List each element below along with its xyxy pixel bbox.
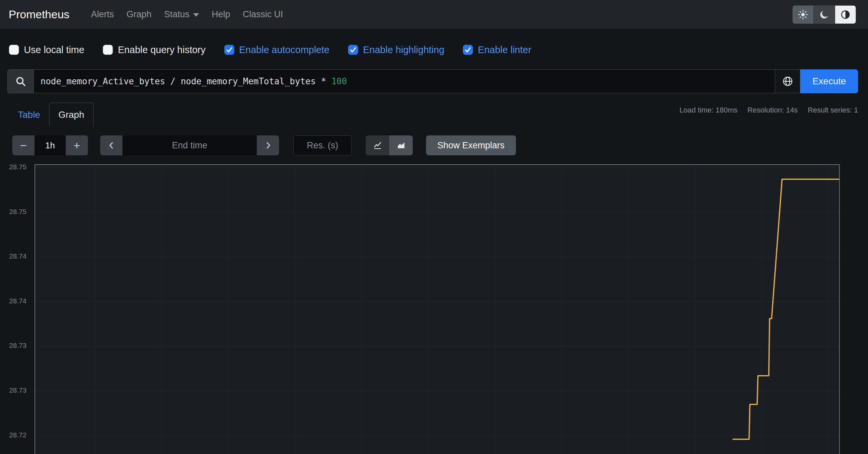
tabs-and-stats: Table Graph Load time: 180ms Resolution:… bbox=[9, 102, 858, 127]
navbar-menu: Alerts Graph Status Help Classic UI bbox=[85, 9, 289, 20]
resolution-stat: Resolution: 14s bbox=[748, 106, 798, 115]
metrics-explorer-button[interactable] bbox=[775, 69, 800, 93]
line-chart-icon bbox=[373, 141, 382, 150]
checkbox-use-local-time[interactable]: Use local time bbox=[9, 44, 84, 55]
time-series-chart bbox=[35, 165, 839, 454]
query-bar: node_memory_Active_bytes / node_memory_M… bbox=[7, 69, 858, 93]
theme-toggle-group bbox=[792, 5, 856, 24]
nav-graph[interactable]: Graph bbox=[120, 9, 158, 20]
stacked-chart-button[interactable] bbox=[389, 135, 413, 155]
range-increase-button[interactable]: + bbox=[66, 135, 88, 155]
theme-auto-button[interactable] bbox=[835, 5, 856, 24]
moon-icon bbox=[819, 10, 829, 20]
y-axis-tick-label: 28.72 bbox=[0, 431, 27, 440]
chevron-right-icon bbox=[264, 141, 273, 150]
time-navigation bbox=[100, 135, 279, 155]
show-exemplars-button[interactable]: Show Exemplars bbox=[426, 135, 516, 155]
y-axis-tick-label: 28.73 bbox=[0, 386, 27, 395]
checkbox-box bbox=[463, 45, 473, 55]
checkbox-box bbox=[103, 45, 113, 55]
checkbox-label: Use local time bbox=[24, 44, 84, 55]
check-icon bbox=[465, 47, 471, 53]
tab-table[interactable]: Table bbox=[9, 102, 49, 127]
navbar: Prometheus Alerts Graph Status Help Clas… bbox=[0, 0, 868, 29]
checkbox-enable-query-history[interactable]: Enable query history bbox=[103, 44, 206, 55]
range-decrease-button[interactable]: − bbox=[12, 135, 34, 155]
checkbox-label: Enable query history bbox=[118, 44, 206, 55]
query-stats: Load time: 180ms Resolution: 14s Result … bbox=[680, 106, 858, 115]
checkbox-enable-autocomplete[interactable]: Enable autocomplete bbox=[224, 44, 330, 55]
globe-icon bbox=[782, 75, 793, 87]
plot-area[interactable] bbox=[34, 164, 840, 454]
search-icon bbox=[15, 76, 26, 87]
end-time-input[interactable] bbox=[122, 135, 257, 155]
y-axis-tick-label: 28.74 bbox=[0, 252, 27, 261]
execute-button[interactable]: Execute bbox=[800, 69, 858, 93]
load-time-stat: Load time: 180ms bbox=[680, 106, 738, 115]
line-chart-button[interactable] bbox=[366, 135, 389, 155]
nav-status-label: Status bbox=[164, 9, 189, 19]
checkbox-enable-highlighting[interactable]: Enable highlighting bbox=[348, 44, 444, 55]
range-stepper: − 1h + bbox=[12, 135, 88, 155]
check-icon bbox=[226, 47, 232, 53]
nav-help[interactable]: Help bbox=[206, 9, 237, 20]
search-icon-button[interactable] bbox=[7, 69, 34, 93]
checkbox-box bbox=[348, 45, 358, 55]
query-number-literal: 100 bbox=[332, 76, 347, 86]
options-row: Use local time Enable query history Enab… bbox=[9, 44, 868, 55]
query-expression-input[interactable]: node_memory_Active_bytes / node_memory_M… bbox=[34, 69, 775, 93]
checkbox-box bbox=[224, 45, 234, 55]
app-brand[interactable]: Prometheus bbox=[9, 8, 69, 21]
y-axis-tick-label: 28.75 bbox=[0, 162, 27, 171]
resolution-input[interactable] bbox=[293, 135, 352, 155]
nav-classic-ui[interactable]: Classic UI bbox=[236, 9, 289, 20]
y-axis-tick-label: 28.73 bbox=[0, 341, 27, 350]
theme-dark-button[interactable] bbox=[814, 5, 835, 24]
chevron-down-icon bbox=[193, 13, 199, 17]
y-axis-tick-label: 28.74 bbox=[0, 297, 27, 305]
checkbox-label: Enable autocomplete bbox=[239, 44, 330, 55]
graph-controls: − 1h + Show Exemplars bbox=[12, 135, 868, 155]
chevron-left-icon bbox=[107, 141, 116, 150]
checkbox-label: Enable highlighting bbox=[363, 44, 444, 55]
checkbox-box bbox=[9, 45, 19, 55]
graph-panel: 28.7528.7528.7428.7428.7328.7328.72 bbox=[0, 164, 868, 454]
time-forward-button[interactable] bbox=[257, 135, 279, 155]
query-expression-text: node_memory_Active_bytes / node_memory_M… bbox=[40, 76, 332, 86]
circle-half-icon bbox=[840, 10, 850, 20]
theme-light-button[interactable] bbox=[792, 5, 814, 24]
check-icon bbox=[350, 47, 356, 53]
chart-type-toggle bbox=[366, 135, 413, 155]
checkbox-enable-linter[interactable]: Enable linter bbox=[463, 44, 531, 55]
sun-icon bbox=[798, 10, 808, 20]
time-back-button[interactable] bbox=[100, 135, 122, 155]
range-input[interactable]: 1h bbox=[34, 135, 66, 155]
checkbox-label: Enable linter bbox=[478, 44, 531, 55]
nav-status-dropdown[interactable]: Status bbox=[158, 9, 206, 20]
result-series-stat: Result series: 1 bbox=[808, 106, 858, 115]
area-chart-icon bbox=[397, 141, 406, 150]
y-axis-tick-label: 28.75 bbox=[0, 207, 27, 216]
y-axis-labels: 28.7528.7528.7428.7428.7328.7328.72 bbox=[0, 164, 31, 454]
nav-alerts[interactable]: Alerts bbox=[85, 9, 120, 20]
tab-graph[interactable]: Graph bbox=[49, 102, 94, 127]
